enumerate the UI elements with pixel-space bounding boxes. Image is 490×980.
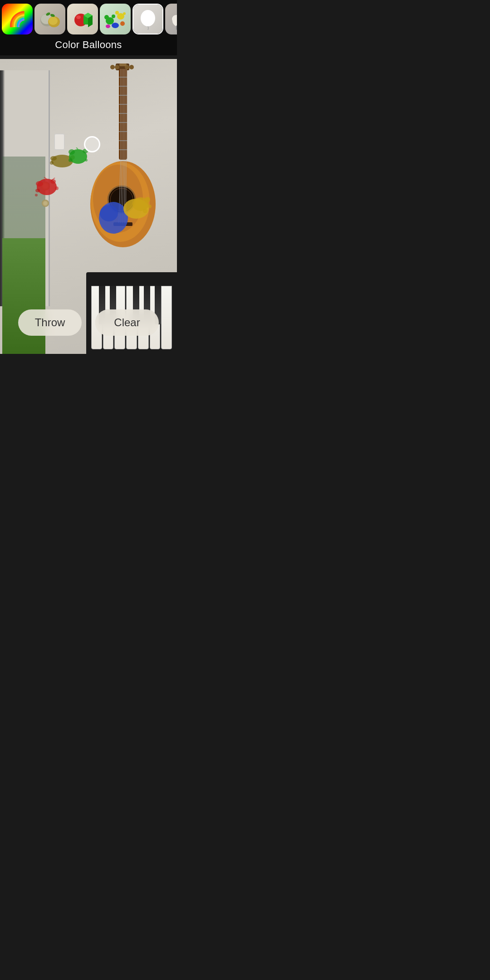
icon-item-rainbow[interactable]: 🌈 [2,4,33,34]
svg-rect-33 [119,64,127,66]
green-paint-splat [68,147,88,166]
svg-point-79 [141,10,155,26]
svg-point-1 [110,65,115,69]
icon-bg-balloon [133,5,162,34]
svg-point-75 [123,12,126,15]
outdoor-grass [2,238,45,354]
door-handle-lower [42,200,49,207]
svg-point-4 [129,65,134,69]
svg-point-39 [148,205,152,208]
svg-point-77 [106,24,110,28]
svg-point-66 [76,15,81,19]
svg-point-80 [143,13,148,18]
svg-rect-89 [176,25,177,30]
icon-bg-splats [100,4,131,34]
svg-point-52 [50,161,54,165]
svg-line-58 [76,147,78,149]
icon-item-redcube[interactable] [67,4,98,34]
icon-item-balloon[interactable] [132,4,163,34]
guitar [82,64,163,254]
header-overlay: 🌈 [0,0,177,55]
icon-bg-redcube [67,4,98,34]
throw-button[interactable]: Throw [18,309,82,336]
svg-point-76 [112,23,119,28]
icon-bg-laser [165,4,177,34]
svg-point-46 [35,194,38,196]
icon-item-splats[interactable] [100,4,131,34]
app-name: Color Balloons [0,36,177,55]
icon-item-apples[interactable] [34,4,65,34]
wall-switch [54,134,64,150]
svg-point-50 [50,156,57,161]
crosshair [84,136,100,152]
icon-bg-apples [34,4,65,34]
svg-point-54 [69,149,75,155]
svg-rect-5 [119,69,127,160]
svg-point-38 [145,197,150,202]
bottom-buttons: Throw Clear [0,309,177,336]
icon-bg-rainbow: 🌈 [2,4,33,34]
svg-point-78 [120,21,125,26]
svg-point-43 [50,179,56,184]
svg-point-45 [55,186,59,190]
svg-point-72 [112,15,115,18]
svg-point-56 [69,158,72,162]
icon-item-laser[interactable] [165,4,177,34]
svg-point-62 [49,17,58,25]
svg-point-44 [35,189,40,192]
svg-point-42 [36,181,43,186]
svg-point-74 [115,11,119,15]
icon-strip: 🌈 [0,0,177,36]
svg-point-40 [143,209,147,213]
svg-point-57 [85,159,88,162]
svg-point-35 [100,205,118,221]
clear-button[interactable]: Clear [95,309,159,336]
red-paint-splat [34,177,59,197]
svg-point-71 [104,15,109,20]
svg-point-2 [115,65,119,69]
